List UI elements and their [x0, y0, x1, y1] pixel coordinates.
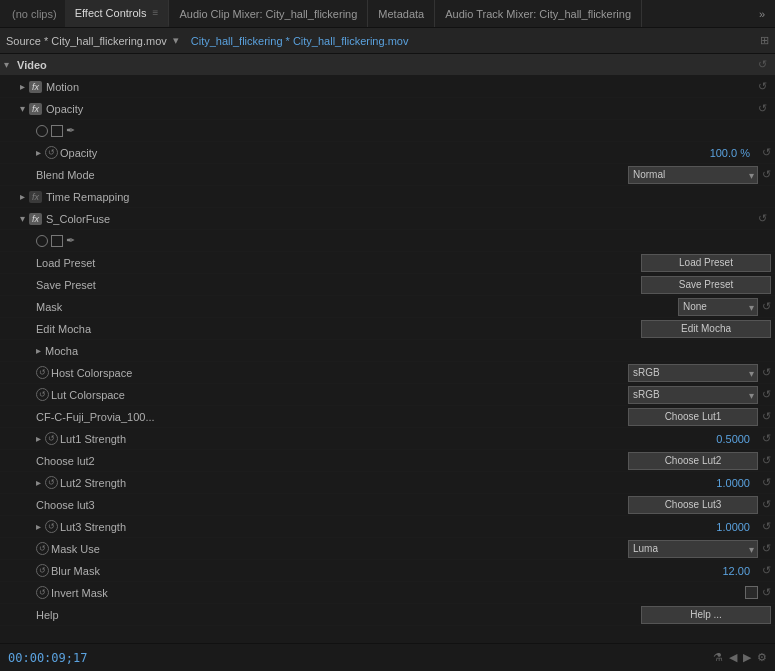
- lut2-strength-label: Lut2 Strength: [60, 477, 196, 489]
- host-colorspace-reset-circle[interactable]: ↺: [36, 366, 49, 379]
- invert-mask-reset-circle[interactable]: ↺: [36, 586, 49, 599]
- choose-lut2-reset[interactable]: ↺: [762, 454, 771, 467]
- opacity-section-row: fx Opacity ↺: [0, 98, 775, 120]
- mask-use-reset-circle[interactable]: ↺: [36, 542, 49, 555]
- choose-lut2-btn[interactable]: Choose Lut2: [628, 452, 758, 470]
- s-colorfuse-circle-icon[interactable]: [36, 235, 48, 247]
- lut-colorspace-select[interactable]: sRGB Rec.709: [628, 386, 758, 404]
- choose-lut3-btn[interactable]: Choose Lut3: [628, 496, 758, 514]
- effect-controls-tab[interactable]: Effect Controls ≡: [65, 0, 170, 27]
- motion-reset-btn[interactable]: ↺: [758, 80, 767, 93]
- subtitle-bar: Source * City_hall_flickering.mov ▾ City…: [0, 28, 775, 54]
- motion-row: fx Motion ↺: [0, 76, 775, 98]
- lut1-strength-value[interactable]: 0.5000: [716, 433, 750, 445]
- s-colorfuse-pen-icon[interactable]: ✒: [66, 234, 75, 247]
- lut2-strength-value[interactable]: 1.0000: [716, 477, 750, 489]
- opacity-chevron[interactable]: [20, 103, 25, 114]
- blend-mode-reset[interactable]: ↺: [762, 168, 771, 181]
- video-reset-btn[interactable]: ↺: [758, 58, 767, 71]
- opacity-value-row: ↺ Opacity 100.0 % ↺: [0, 142, 775, 164]
- opacity-square-icon[interactable]: [51, 125, 63, 137]
- opacity-value-reset[interactable]: ↺: [762, 146, 771, 159]
- host-colorspace-select[interactable]: sRGB Rec.709: [628, 364, 758, 382]
- lut3-strength-reset-circle[interactable]: ↺: [45, 520, 58, 533]
- lut2-strength-chevron[interactable]: [36, 477, 41, 488]
- opacity-reset-circle[interactable]: ↺: [45, 146, 58, 159]
- settings-icon[interactable]: ⚙: [757, 651, 767, 664]
- opacity-pen-icon[interactable]: ✒: [66, 124, 75, 137]
- blur-mask-reset-circle[interactable]: ↺: [36, 564, 49, 577]
- invert-mask-row: ↺ Invert Mask ↺: [0, 582, 775, 604]
- lut2-strength-reset[interactable]: ↺: [762, 476, 771, 489]
- tab-menu-icon[interactable]: ≡: [153, 7, 159, 18]
- mask-use-select[interactable]: Luma Alpha None: [628, 540, 758, 558]
- next-frame-icon[interactable]: ▶: [743, 651, 751, 664]
- blend-mode-select-wrapper: Normal Dissolve Darken Multiply: [628, 166, 758, 184]
- opacity-circle-icon[interactable]: [36, 125, 48, 137]
- lut-colorspace-row: ↺ Lut Colorspace sRGB Rec.709 ↺: [0, 384, 775, 406]
- cf-lut-reset[interactable]: ↺: [762, 410, 771, 423]
- video-section-header[interactable]: Video ↺: [0, 54, 775, 76]
- lut-colorspace-label: Lut Colorspace: [51, 389, 196, 401]
- audio-track-mixer-tab[interactable]: Audio Track Mixer: City_hall_flickering: [435, 0, 642, 27]
- mask-use-reset[interactable]: ↺: [762, 542, 771, 555]
- tab-overflow-btn[interactable]: »: [753, 8, 771, 20]
- lut-colorspace-reset-circle[interactable]: ↺: [36, 388, 49, 401]
- save-preset-btn[interactable]: Save Preset: [641, 276, 771, 294]
- mask-select[interactable]: None Mask 1: [678, 298, 758, 316]
- blur-mask-reset[interactable]: ↺: [762, 564, 771, 577]
- invert-mask-checkbox[interactable]: [745, 586, 758, 599]
- source-label: Source * City_hall_flickering.mov: [6, 35, 167, 47]
- choose-lut3-reset[interactable]: ↺: [762, 498, 771, 511]
- opacity-value-label: Opacity: [60, 147, 196, 159]
- timecode: 00:00:09;17: [8, 651, 87, 665]
- blend-mode-select[interactable]: Normal Dissolve Darken Multiply: [628, 166, 758, 184]
- lut-colorspace-reset[interactable]: ↺: [762, 388, 771, 401]
- load-preset-label: Load Preset: [36, 257, 196, 269]
- time-remap-chevron[interactable]: [20, 191, 25, 202]
- opacity-value[interactable]: 100.0 %: [710, 147, 750, 159]
- s-colorfuse-reset[interactable]: ↺: [758, 212, 767, 225]
- help-btn[interactable]: Help ...: [641, 606, 771, 624]
- video-label: Video: [17, 59, 47, 71]
- mocha-row: Mocha: [0, 340, 775, 362]
- edit-mocha-btn[interactable]: Edit Mocha: [641, 320, 771, 338]
- mocha-chevron[interactable]: [36, 345, 41, 356]
- choose-lut3-label: Choose lut3: [36, 499, 196, 511]
- opacity-value-chevron[interactable]: [36, 147, 41, 158]
- no-clips-tab[interactable]: (no clips): [4, 8, 65, 20]
- host-colorspace-row: ↺ Host Colorspace sRGB Rec.709 ↺: [0, 362, 775, 384]
- lut2-strength-reset-circle[interactable]: ↺: [45, 476, 58, 489]
- lut3-strength-label: Lut3 Strength: [60, 521, 196, 533]
- prev-frame-icon[interactable]: ◀: [729, 651, 737, 664]
- blur-mask-value[interactable]: 12.00: [722, 565, 750, 577]
- lut3-strength-chevron[interactable]: [36, 521, 41, 532]
- video-chevron[interactable]: [4, 59, 9, 70]
- lut3-strength-row: ↺ Lut3 Strength 1.0000 ↺: [0, 516, 775, 538]
- s-colorfuse-square-icon[interactable]: [51, 235, 63, 247]
- mask-reset[interactable]: ↺: [762, 300, 771, 313]
- s-colorfuse-row: fx S_ColorFuse ↺: [0, 208, 775, 230]
- lut3-strength-value[interactable]: 1.0000: [716, 521, 750, 533]
- load-preset-btn[interactable]: Load Preset: [641, 254, 771, 272]
- metadata-tab[interactable]: Metadata: [368, 0, 435, 27]
- host-colorspace-reset[interactable]: ↺: [762, 366, 771, 379]
- choose-lut3-row: Choose lut3 Choose Lut3 ↺: [0, 494, 775, 516]
- lut3-strength-reset[interactable]: ↺: [762, 520, 771, 533]
- tab-bar: (no clips) Effect Controls ≡ Audio Clip …: [0, 0, 775, 28]
- opacity-fx-badge: fx: [29, 103, 42, 115]
- s-colorfuse-label: S_ColorFuse: [46, 213, 180, 225]
- source-dropdown-arrow[interactable]: ▾: [173, 34, 179, 47]
- lut1-strength-reset-circle[interactable]: ↺: [45, 432, 58, 445]
- pin-icon[interactable]: ⊞: [760, 34, 769, 47]
- filter-icon[interactable]: ⚗: [713, 651, 723, 664]
- opacity-section-reset-btn[interactable]: ↺: [758, 102, 767, 115]
- motion-chevron[interactable]: [20, 81, 25, 92]
- lut1-strength-reset[interactable]: ↺: [762, 432, 771, 445]
- invert-mask-reset[interactable]: ↺: [762, 586, 771, 599]
- content-scroll[interactable]: Video ↺ fx Motion ↺: [0, 54, 775, 643]
- audio-clip-mixer-tab[interactable]: Audio Clip Mixer: City_hall_flickering: [169, 0, 368, 27]
- choose-lut1-btn[interactable]: Choose Lut1: [628, 408, 758, 426]
- lut1-strength-chevron[interactable]: [36, 433, 41, 444]
- s-colorfuse-chevron[interactable]: [20, 213, 25, 224]
